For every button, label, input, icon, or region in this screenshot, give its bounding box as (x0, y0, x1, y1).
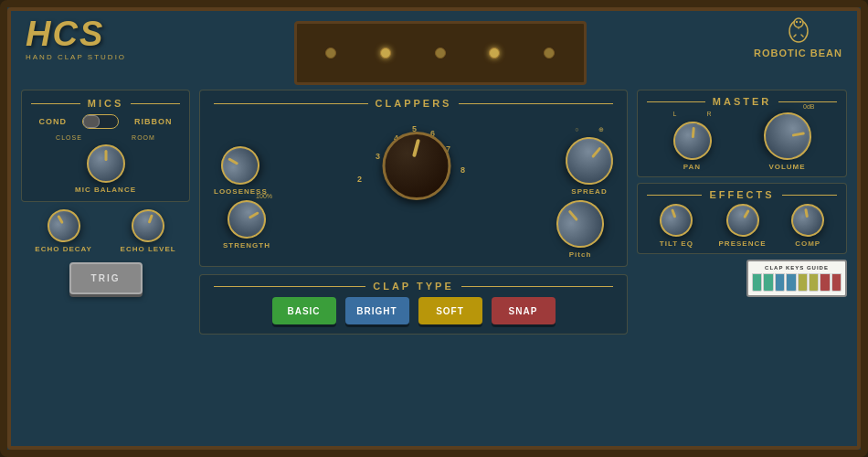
clappers-knobs-row: LOOSENESS 2 3 4 5 6 7 (214, 109, 613, 200)
echo-decay-knob[interactable] (41, 203, 86, 248)
master-knobs-row: L R PAN 0dB VOLUME (647, 111, 837, 171)
bean-icon (785, 16, 812, 44)
mic-balance-row: CLOSE ROOM (31, 134, 180, 141)
piano-keys (752, 273, 842, 292)
display-led-4 (489, 48, 500, 58)
presence-label: PRESENCE (719, 239, 767, 248)
trig-area: TRIG (21, 253, 190, 294)
piano-key-green (752, 273, 762, 292)
clapper-selector: 2 3 4 5 6 7 8 (344, 113, 490, 196)
clap-btn-bright[interactable]: BRIGHT (345, 297, 409, 324)
trig-button[interactable]: TRIG (69, 262, 143, 294)
tilt-eq-knob[interactable] (655, 199, 697, 241)
logo-sub: HAND CLAP STUDIO (26, 53, 126, 61)
piano-key-yellow (798, 273, 808, 292)
pan-indicators: L R (673, 111, 712, 117)
volume-knob[interactable] (759, 109, 814, 164)
tilt-eq-container: TILT EQ (660, 204, 693, 248)
pan-label: PAN (683, 163, 701, 171)
echo-level-container: ECHO LEVEL (121, 209, 176, 253)
svg-point-1 (794, 18, 803, 27)
echo-decay-container: ECHO DECAY (35, 209, 92, 253)
effects-label: EFFECTS (647, 189, 837, 200)
display-led-3 (435, 48, 446, 58)
spread-label: SPREAD (571, 187, 607, 196)
main-panel: HCS HAND CLAP STUDIO ROBOTIC BEAN (0, 0, 868, 457)
clapper-selector-knob[interactable] (382, 132, 450, 200)
echo-row: ECHO DECAY ECHO LEVEL (21, 209, 190, 253)
spread-knob[interactable] (556, 127, 622, 194)
mic-toggle-row: COND RIBBON (31, 114, 180, 129)
cond-label: COND (39, 117, 68, 126)
brand-name: ROBOTIC BEAN (754, 48, 842, 58)
comp-label: COMP (795, 239, 820, 248)
mics-label: MICS (31, 98, 180, 109)
piano-key-blue (775, 273, 785, 292)
svg-point-3 (799, 21, 800, 23)
piano-key-yellow2 (809, 273, 819, 292)
pitch-container: Pitch (556, 200, 604, 259)
master-section: MASTER L R PAN 0dB (637, 90, 847, 177)
effects-section: EFFECTS TILT EQ PRESENCE COMP (637, 183, 847, 254)
svg-text:2: 2 (357, 175, 362, 184)
clap-keys-guide[interactable]: CLAP KEYS GUIDE (746, 260, 847, 297)
tilt-eq-label: TILT EQ (660, 239, 693, 248)
clappers-label: CLAPPERS (214, 98, 613, 109)
pan-container: L R PAN (673, 111, 712, 171)
volume-container: 0dB VOLUME (764, 112, 811, 171)
comp-knob[interactable] (789, 201, 827, 239)
clap-type-label: CLAP TYPE (214, 281, 613, 292)
looseness-knob[interactable] (215, 139, 267, 191)
toggle-knob (83, 115, 100, 128)
comp-container: COMP (791, 204, 824, 248)
presence-knob[interactable] (720, 197, 765, 242)
clap-keys-label: CLAP KEYS GUIDE (752, 265, 842, 271)
close-label: CLOSE (56, 134, 82, 141)
strength-container: 100% STRENGTH (223, 200, 270, 259)
pan-r: R (706, 111, 711, 117)
logo-hcs: HCS (26, 16, 126, 51)
clap-type-section: CLAP TYPE BASIC BRIGHT SOFT SNAP (199, 274, 628, 335)
pitch-label: Pitch (569, 250, 592, 259)
mic-balance-knob[interactable] (87, 144, 125, 183)
display-led-5 (544, 48, 555, 58)
volume-label: VOLUME (768, 163, 805, 171)
mic-toggle[interactable] (82, 114, 119, 129)
selector-arc: 2 3 4 5 6 7 8 (344, 113, 490, 196)
pitch-knob[interactable] (546, 190, 613, 257)
mics-section: MICS COND RIBBON CLOSE ROOM MIC BALANCE (21, 90, 190, 202)
pan-knob[interactable] (672, 120, 714, 162)
clap-btn-snap[interactable]: SNAP (492, 297, 556, 324)
strength-percent: 100% (256, 193, 272, 199)
clap-btn-soft[interactable]: SOFT (418, 297, 482, 324)
volume-db: 0dB (803, 103, 814, 110)
piano-key-red (820, 273, 830, 292)
svg-line-6 (801, 35, 803, 37)
effects-knobs-row: TILT EQ PRESENCE COMP (647, 204, 837, 248)
right-bottom: CLAP KEYS GUIDE (637, 260, 847, 297)
strength-label: STRENGTH (223, 241, 270, 250)
left-panel: MICS COND RIBBON CLOSE ROOM MIC BALANCE (21, 90, 190, 445)
clap-btn-basic[interactable]: BASIC (272, 297, 336, 324)
looseness-container: LOOSENESS (214, 146, 268, 196)
room-label: ROOM (132, 134, 155, 141)
pan-l: L (673, 111, 677, 117)
content-area: MICS COND RIBBON CLOSE ROOM MIC BALANCE (7, 85, 861, 450)
mic-balance-label: MIC BALANCE (75, 186, 136, 194)
echo-level-label: ECHO LEVEL (121, 245, 176, 253)
svg-line-5 (794, 35, 796, 37)
display-area (294, 21, 587, 85)
logo-area: HCS HAND CLAP STUDIO (26, 16, 126, 61)
echo-decay-label: ECHO DECAY (35, 245, 92, 253)
piano-key-green2 (763, 273, 773, 292)
clap-buttons-row: BASIC BRIGHT SOFT SNAP (214, 297, 613, 324)
presence-container: PRESENCE (719, 204, 767, 248)
clappers-section: CLAPPERS LOOSENESS 2 3 (199, 90, 628, 267)
svg-point-2 (795, 21, 797, 23)
right-panel: MASTER L R PAN 0dB (637, 90, 847, 445)
echo-level-knob[interactable] (127, 205, 169, 247)
svg-text:8: 8 (460, 165, 465, 175)
piano-key-red2 (831, 273, 842, 292)
strength-knob[interactable] (220, 193, 272, 245)
display-led-1 (325, 48, 336, 58)
